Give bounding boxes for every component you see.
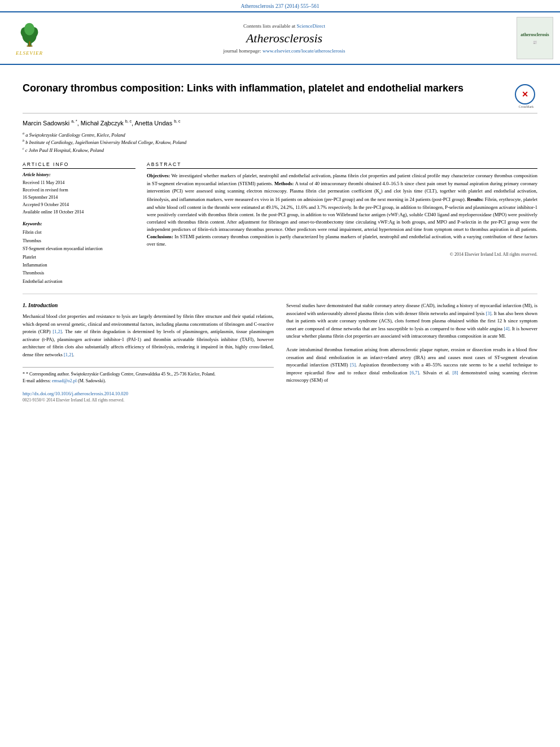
footnote-email: E-mail address: emsad@o2.pl (M. Sadowski… [23,378,274,385]
body-left-column: 1. Introduction Mechanical blood clot pr… [23,302,274,403]
crossmark-icon: ✕ [515,84,535,104]
citation-text: Atherosclerosis 237 (2014) 555–561 [240,3,319,9]
elsevier-tree-icon [14,21,45,49]
elsevier-logo: ELSEVIER [7,21,52,56]
crossmark-label: CrossMark [515,105,537,108]
revised-date: 16 September 2014 [23,194,135,202]
svg-point-4 [24,23,34,35]
main-content: Coronary thrombus composition: Links wit… [0,65,560,414]
copyright-line: © 2014 Elsevier Ireland Ltd. All rights … [147,252,537,257]
keyword-1: Fibrin clot [23,229,135,237]
svg-rect-6 [27,45,32,46]
doi-section: http://dx.doi.org/10.1016/j.atherosclero… [23,390,274,403]
elsevier-brand-text: ELSEVIER [16,50,43,56]
sciencedirect-link[interactable]: ScienceDirect [297,23,325,29]
body-content: 1. Introduction Mechanical blood clot pr… [23,302,537,403]
journal-homepage: journal homepage: www.elsevier.com/locat… [59,48,510,54]
authors-line: Marcin Sadowski a, *, Michał Ząbczyk b, … [23,119,537,126]
keyword-4: Platelet [23,254,135,261]
accepted-date: Accepted 9 October 2014 [23,202,135,209]
doi-link[interactable]: http://dx.doi.org/10.1016/j.atherosclero… [23,391,128,396]
article-info-header: ARTICLE INFO [23,161,135,169]
keyword-2: Thrombus [23,237,135,245]
journal-center: Contents lists available at ScienceDirec… [59,23,510,54]
journal-title: Atherosclerosis [59,31,510,46]
keyword-5: Inflammation [23,261,135,269]
journal-thumbnail: atherosclerosis 📰 [517,17,553,59]
license-text: 0021-9150/© 2014 Elsevier Ireland Ltd. A… [23,397,274,403]
intro-section-title: 1. Introduction [23,302,274,308]
article-info-abstract: ARTICLE INFO Article history: Received 1… [23,161,537,286]
section-divider [23,294,537,294]
abstract-text: Objectives: We investigated whether mark… [147,172,537,248]
contents-line: Contents lists available at ScienceDirec… [59,23,510,29]
affiliations: a a Świętokrzyskie Cardiology Centre, Ki… [23,131,537,154]
footnote-section: * * Corresponding author. Świętokrzyskie… [23,367,274,385]
intro-paragraph-right-1: Several studies have demonstrated that s… [286,302,537,340]
history-label: Article history: [23,172,135,177]
article-title-section: Coronary thrombus composition: Links wit… [23,82,537,113]
affiliation-a: a a Świętokrzyskie Cardiology Centre, Ki… [23,131,537,139]
received-revised-label: Received in revised form [23,187,135,194]
crossmark-badge: ✕ CrossMark [515,84,537,108]
keyword-3: ST-Segment elevation myocardial infarcti… [23,245,135,253]
abstract-header: ABSTRACT [147,161,537,169]
intro-paragraph-1: Mechanical blood clot properties and res… [23,313,274,359]
article-title: Coronary thrombus composition: Links wit… [23,82,463,95]
homepage-url[interactable]: www.elsevier.com/locate/atherosclerosis [262,48,345,54]
available-online: Available online 18 October 2014 [23,209,135,216]
journal-header: ELSEVIER Contents lists available at Sci… [0,11,560,65]
abstract-column: ABSTRACT Objectives: We investigated whe… [147,161,537,286]
article-info-column: ARTICLE INFO Article history: Received 1… [23,161,135,286]
body-right-column: Several studies have demonstrated that s… [286,302,537,403]
keywords-label: Keywords: [23,221,135,226]
received-date: Received 11 May 2014 [23,180,135,187]
keyword-7: Endothelial activation [23,278,135,286]
keywords-section: Keywords: Fibrin clot Thrombus ST-Segmen… [23,221,135,286]
footnote-email-link[interactable]: emsad@o2.pl [52,378,77,383]
intro-paragraph-right-2: Acute intraluminal thrombus formation ar… [286,346,537,385]
affiliation-c: c c John Paul II Hospital, Krakow, Polan… [23,146,537,154]
keywords-list: Fibrin clot Thrombus ST-Segment elevatio… [23,229,135,286]
affiliation-b: b b Institute of Cardiology, Jagiellonia… [23,138,537,146]
footnote-corresponding: * * Corresponding author. Świętokrzyskie… [23,371,274,378]
citation-bar: Atherosclerosis 237 (2014) 555–561 [0,0,560,11]
keyword-6: Thrombosis [23,269,135,277]
